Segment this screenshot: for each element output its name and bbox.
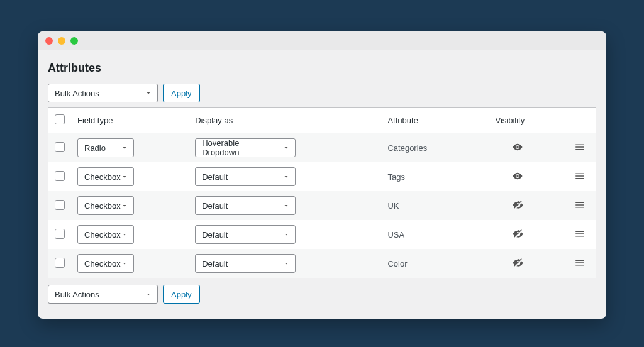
row-checkbox[interactable]: [55, 171, 65, 181]
col-field-type: Field type: [71, 108, 189, 133]
select-all-checkbox[interactable]: [55, 114, 65, 124]
field-type-select[interactable]: Radio: [77, 138, 134, 157]
chevron-down-icon: [145, 290, 152, 298]
chevron-down-icon: [121, 231, 128, 238]
chevron-down-icon: [121, 144, 128, 151]
field-type-select[interactable]: Checkbox: [77, 254, 134, 273]
display-as-value: Hoverable Dropdown: [202, 138, 279, 157]
display-as-select[interactable]: Default: [195, 225, 296, 244]
field-type-select[interactable]: Checkbox: [77, 167, 134, 186]
page-title: Attributes: [48, 62, 596, 75]
field-type-value: Checkbox: [84, 259, 121, 268]
drag-handle-icon[interactable]: [574, 141, 586, 153]
chevron-down-icon: [282, 144, 290, 151]
field-type-value: Checkbox: [84, 201, 121, 211]
bulk-actions-select[interactable]: Bulk Actions: [48, 84, 158, 102]
row-checkbox[interactable]: [55, 200, 65, 210]
row-checkbox[interactable]: [55, 229, 65, 239]
col-attribute: Attribute: [381, 108, 470, 133]
content-area: Attributes Bulk Actions Apply Field type…: [38, 50, 606, 319]
display-as-select[interactable]: Hoverable Dropdown: [195, 138, 296, 157]
chevron-down-icon: [282, 173, 290, 180]
eye-icon[interactable]: [512, 170, 523, 182]
table-row: CheckboxDefaultUSA: [48, 220, 596, 249]
eye-off-icon[interactable]: [512, 199, 523, 211]
display-as-value: Default: [202, 201, 228, 211]
table-row: CheckboxDefaultColor: [48, 249, 596, 278]
window-close-icon[interactable]: [45, 37, 53, 45]
select-all-header: [48, 108, 72, 133]
attribute-name: Categories: [381, 133, 470, 163]
apply-button-top[interactable]: Apply: [163, 84, 200, 102]
window-minimize-icon[interactable]: [58, 37, 65, 45]
chevron-down-icon: [121, 173, 128, 180]
row-checkbox[interactable]: [55, 142, 65, 152]
display-as-select[interactable]: Default: [195, 254, 296, 273]
drag-handle-icon[interactable]: [574, 257, 586, 268]
window-zoom-icon[interactable]: [70, 37, 78, 45]
attribute-name: USA: [381, 220, 470, 249]
eye-off-icon[interactable]: [512, 257, 523, 268]
app-window: Attributes Bulk Actions Apply Field type…: [38, 31, 606, 319]
field-type-value: Checkbox: [84, 230, 121, 240]
attribute-name: UK: [381, 191, 470, 220]
display-as-value: Default: [202, 259, 228, 268]
eye-icon[interactable]: [512, 141, 523, 153]
col-display-as: Display as: [189, 108, 381, 133]
bulk-actions-value-bottom: Bulk Actions: [55, 290, 99, 299]
drag-handle-icon[interactable]: [574, 170, 586, 182]
display-as-value: Default: [202, 172, 228, 182]
chevron-down-icon: [121, 260, 128, 267]
bulk-actions-select-bottom[interactable]: Bulk Actions: [48, 285, 158, 304]
drag-handle-icon[interactable]: [574, 199, 586, 211]
chevron-down-icon: [121, 202, 128, 209]
field-type-select[interactable]: Checkbox: [77, 225, 134, 244]
drag-handle-icon[interactable]: [574, 228, 586, 240]
attributes-table: Field type Display as Attribute Visibili…: [48, 107, 596, 278]
table-row: CheckboxDefaultTags: [48, 162, 596, 191]
titlebar: [38, 31, 606, 50]
bulk-actions-bottom: Bulk Actions Apply: [48, 285, 596, 304]
bulk-actions-top: Bulk Actions Apply: [48, 84, 596, 102]
table-row: CheckboxDefaultUK: [48, 191, 596, 220]
attribute-name: Tags: [381, 162, 470, 191]
display-as-select[interactable]: Default: [195, 196, 296, 215]
field-type-value: Checkbox: [84, 172, 121, 182]
col-visibility: Visibility: [470, 108, 565, 133]
chevron-down-icon: [145, 89, 152, 97]
chevron-down-icon: [282, 202, 290, 209]
attribute-name: Color: [381, 249, 470, 278]
chevron-down-icon: [282, 260, 290, 267]
chevron-down-icon: [282, 231, 290, 238]
display-as-value: Default: [202, 230, 228, 240]
apply-button-bottom[interactable]: Apply: [163, 285, 200, 304]
bulk-actions-value: Bulk Actions: [55, 89, 99, 98]
field-type-value: Radio: [84, 143, 106, 153]
table-row: RadioHoverable DropdownCategories: [48, 133, 596, 163]
row-checkbox[interactable]: [55, 258, 65, 268]
eye-off-icon[interactable]: [512, 228, 523, 240]
field-type-select[interactable]: Checkbox: [77, 196, 134, 215]
display-as-select[interactable]: Default: [195, 167, 296, 186]
